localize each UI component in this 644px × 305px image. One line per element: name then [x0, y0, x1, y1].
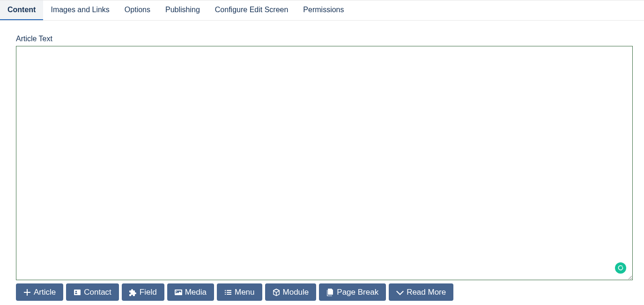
article-text-label: Article Text [16, 35, 633, 43]
page-break-button-label: Page Break [337, 288, 378, 296]
tab-configure-edit-screen[interactable]: Configure Edit Screen [207, 0, 296, 20]
copy-icon [326, 289, 334, 296]
page-break-button[interactable]: Page Break [319, 283, 386, 301]
tab-publishing[interactable]: Publishing [158, 0, 207, 20]
list-icon [224, 289, 232, 296]
menu-button[interactable]: Menu [217, 283, 262, 301]
read-more-button-label: Read More [407, 288, 446, 296]
cube-icon [273, 289, 280, 296]
tab-bar: Content Images and Links Options Publish… [0, 0, 644, 21]
media-button-label: Media [185, 288, 207, 296]
content-panel: Article Text Article Contact Field [0, 21, 639, 305]
tab-content[interactable]: Content [0, 0, 43, 20]
module-button[interactable]: Module [265, 283, 317, 301]
grammarly-icon[interactable] [615, 262, 626, 274]
editor-button-row: Article Contact Field Media Menu [16, 283, 633, 301]
contact-button-label: Contact [84, 288, 111, 296]
field-button-label: Field [140, 288, 157, 296]
article-button-label: Article [34, 288, 56, 296]
plus-icon [23, 289, 31, 296]
module-button-label: Module [283, 288, 309, 296]
chevron-down-icon [396, 289, 404, 296]
image-icon [175, 289, 182, 296]
tab-permissions[interactable]: Permissions [296, 0, 351, 20]
tab-options[interactable]: Options [117, 0, 158, 20]
puzzle-icon [129, 289, 137, 296]
read-more-button[interactable]: Read More [389, 283, 453, 301]
menu-button-label: Menu [235, 288, 255, 296]
address-card-icon [74, 289, 81, 296]
article-text-input[interactable] [16, 46, 633, 280]
contact-button[interactable]: Contact [66, 283, 119, 301]
field-button[interactable]: Field [122, 283, 164, 301]
editor-wrap [16, 46, 633, 280]
media-button[interactable]: Media [167, 283, 214, 301]
tab-images-and-links[interactable]: Images and Links [43, 0, 117, 20]
article-button[interactable]: Article [16, 283, 63, 301]
